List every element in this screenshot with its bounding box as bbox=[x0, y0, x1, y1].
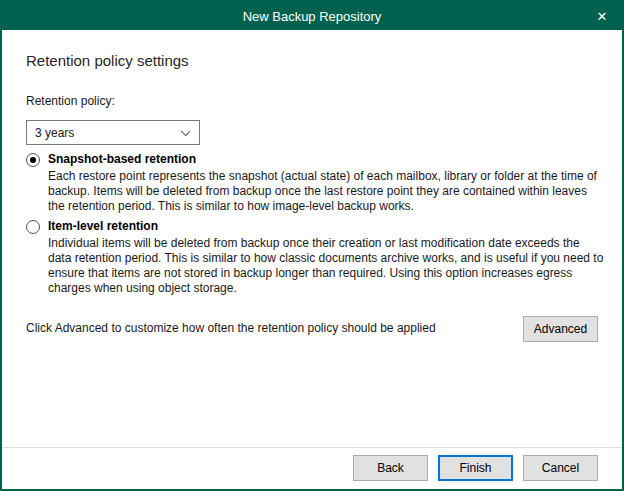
footer-separator bbox=[2, 447, 622, 448]
radio-option-snapshot-based: Snapshot-based retention Each restore po… bbox=[26, 152, 606, 214]
option-text: Item-level retention Individual items wi… bbox=[48, 219, 604, 296]
close-icon: ✕ bbox=[597, 9, 608, 24]
radio-dot-icon bbox=[30, 157, 36, 163]
retention-policy-label: Retention policy: bbox=[26, 94, 115, 108]
option-text: Snapshot-based retention Each restore po… bbox=[48, 152, 604, 214]
advanced-hint-text: Click Advanced to customize how often th… bbox=[26, 321, 436, 335]
advanced-button[interactable]: Advanced bbox=[523, 316, 598, 342]
titlebar: New Backup Repository ✕ bbox=[2, 2, 622, 30]
radio-item-level[interactable] bbox=[26, 220, 40, 234]
page-title: Retention policy settings bbox=[26, 52, 189, 69]
item-level-retention-label[interactable]: Item-level retention bbox=[48, 219, 604, 234]
cancel-button[interactable]: Cancel bbox=[523, 455, 598, 481]
item-level-retention-description: Individual items will be deleted from ba… bbox=[48, 236, 604, 296]
radio-option-item-level: Item-level retention Individual items wi… bbox=[26, 219, 606, 296]
retention-policy-value: 3 years bbox=[35, 126, 74, 140]
radio-snapshot-based[interactable] bbox=[26, 153, 40, 167]
snapshot-based-retention-description: Each restore point represents the snapsh… bbox=[48, 169, 604, 214]
dialog-body: Retention policy settings Retention poli… bbox=[2, 30, 622, 489]
chevron-down-icon bbox=[181, 127, 190, 136]
close-button[interactable]: ✕ bbox=[582, 2, 622, 30]
snapshot-based-retention-label[interactable]: Snapshot-based retention bbox=[48, 152, 604, 167]
finish-button[interactable]: Finish bbox=[438, 455, 513, 481]
back-button[interactable]: Back bbox=[353, 455, 428, 481]
retention-policy-dropdown[interactable]: 3 years bbox=[26, 120, 200, 145]
dialog-window: New Backup Repository ✕ Retention policy… bbox=[0, 0, 624, 491]
window-title: New Backup Repository bbox=[243, 9, 382, 24]
